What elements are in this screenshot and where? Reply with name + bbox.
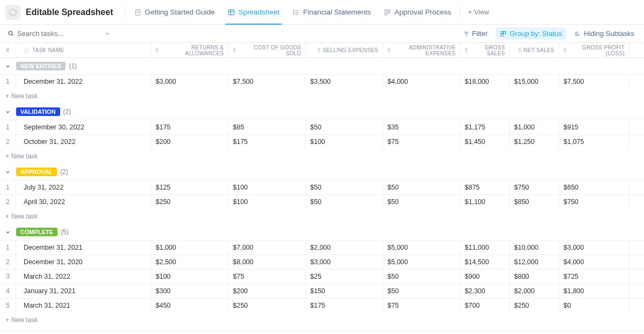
cell-admin[interactable]: $5,000 — [383, 241, 460, 255]
task-name-cell[interactable]: April 30, 2022 — [16, 195, 151, 209]
new-task-button[interactable]: New task — [0, 313, 644, 328]
cell-gross-sales[interactable]: $18,000 — [460, 75, 510, 89]
cell-cogs[interactable]: $7,500 — [229, 75, 306, 89]
cell-net-sales[interactable]: $800 — [510, 270, 559, 284]
cell-returns[interactable]: $100 — [151, 270, 229, 284]
cell-net-sales[interactable]: $850 — [510, 195, 559, 209]
cell-selling[interactable]: $50 — [306, 180, 383, 194]
col-gross-profit[interactable]: $GROSS PROFIT (LOSS) — [559, 43, 630, 57]
cell-gross-profit[interactable]: $750 — [559, 195, 630, 209]
cell-net-sales[interactable]: $15,000 — [510, 75, 559, 89]
cell-admin[interactable]: $75 — [383, 299, 460, 313]
cell-selling[interactable]: $100 — [306, 135, 383, 149]
cell-gross-sales[interactable]: $875 — [460, 180, 510, 194]
filter-button[interactable]: Filter — [459, 27, 492, 40]
cell-gross-profit[interactable]: $7,500 — [559, 75, 630, 89]
group-collapse-caret[interactable] — [3, 62, 12, 70]
tab-spreadsheet[interactable]: Spreadsheet — [221, 0, 286, 24]
cell-selling[interactable]: $25 — [306, 270, 383, 284]
cell-cogs[interactable]: $7,000 — [229, 241, 306, 255]
group-collapse-caret[interactable] — [3, 168, 12, 176]
cell-returns[interactable]: $125 — [151, 180, 229, 194]
col-selling[interactable]: $SELLING EXPENSES — [306, 43, 383, 57]
cell-admin[interactable]: $4,000 — [383, 75, 460, 89]
col-cogs[interactable]: $COST OF GOODS SOLD — [229, 43, 306, 57]
cell-admin[interactable]: $5,000 — [383, 255, 460, 269]
tab-financial[interactable]: Financial Statements — [286, 0, 377, 24]
col-admin[interactable]: $ADMINISTRATIVE EXPENSES — [383, 43, 460, 57]
cell-selling[interactable]: $2,000 — [306, 241, 383, 255]
cell-gross-sales[interactable]: $900 — [460, 270, 510, 284]
new-task-button[interactable]: New task — [0, 149, 644, 164]
cell-gross-sales[interactable]: $700 — [460, 299, 510, 313]
col-net-sales[interactable]: $NET SALES — [510, 43, 559, 57]
table-row[interactable]: 2April 30, 2022$250$100$50$50$1,100$850$… — [0, 194, 644, 209]
task-name-cell[interactable]: March 31, 2022 — [16, 270, 151, 284]
task-name-cell[interactable]: July 31, 2022 — [16, 180, 151, 194]
col-gross-sales[interactable]: $GROSS SALES — [460, 43, 510, 57]
cell-gross-sales[interactable]: $1,450 — [460, 135, 510, 149]
cell-selling[interactable]: $50 — [306, 120, 383, 134]
cell-returns[interactable]: $450 — [151, 299, 229, 313]
task-name-cell[interactable]: March 31, 2021 — [16, 299, 151, 313]
cell-gross-profit[interactable]: $0 — [559, 299, 630, 313]
cell-selling[interactable]: $150 — [306, 284, 383, 298]
new-task-button[interactable]: New task — [0, 89, 644, 104]
cell-gross-profit[interactable]: $650 — [559, 180, 630, 194]
col-task-name[interactable]: TASK NAME — [16, 43, 151, 57]
cell-gross-sales[interactable]: $2,300 — [460, 284, 510, 298]
add-view-button[interactable]: +View — [463, 8, 495, 16]
cell-admin[interactable]: $50 — [383, 284, 460, 298]
cell-net-sales[interactable]: $10,000 — [510, 241, 559, 255]
cell-returns[interactable]: $250 — [151, 195, 229, 209]
cell-cogs[interactable]: $75 — [229, 270, 306, 284]
cell-gross-profit[interactable]: $1,800 — [559, 284, 630, 298]
group-collapse-caret[interactable] — [3, 107, 12, 116]
table-row[interactable]: 1September 30, 2022$175$85$50$35$1,175$1… — [0, 120, 644, 134]
new-task-button[interactable]: New task — [0, 209, 644, 224]
tab-getting-started[interactable]: Getting Started Guide — [128, 0, 222, 24]
cell-returns[interactable]: $1,000 — [151, 241, 229, 255]
task-name-cell[interactable]: October 31, 2022 — [16, 135, 151, 149]
chevron-down-icon[interactable] — [105, 31, 111, 37]
cell-gross-profit[interactable]: $4,000 — [559, 255, 630, 269]
cell-returns[interactable]: $300 — [151, 284, 229, 298]
cell-gross-sales[interactable]: $1,175 — [460, 120, 510, 134]
cell-admin[interactable]: $75 — [383, 135, 460, 149]
table-row[interactable]: 1December 31, 2022$3,000$7,500$3,500$4,0… — [0, 74, 644, 89]
cell-net-sales[interactable]: $750 — [510, 180, 559, 194]
group-badge[interactable]: NEW ENTRIES — [16, 62, 65, 70]
cell-returns[interactable]: $200 — [151, 135, 229, 149]
cell-admin[interactable]: $50 — [383, 180, 460, 194]
group-by-button[interactable]: Group by: Status — [496, 27, 566, 40]
cell-gross-sales[interactable]: $14,500 — [460, 255, 510, 269]
cell-admin[interactable]: $50 — [383, 270, 460, 284]
table-row[interactable]: 1July 31, 2022$125$100$50$50$875$750$650 — [0, 180, 644, 194]
cell-admin[interactable]: $35 — [383, 120, 460, 134]
group-badge[interactable]: VALIDATION — [16, 107, 60, 116]
table-row[interactable]: 3March 31, 2022$100$75$25$50$900$800$725 — [0, 269, 644, 284]
cell-cogs[interactable]: $85 — [229, 120, 306, 134]
cell-cogs[interactable]: $200 — [229, 284, 306, 298]
col-num[interactable]: # — [0, 43, 16, 57]
cell-returns[interactable]: $3,000 — [151, 75, 229, 89]
cell-gross-profit[interactable]: $915 — [559, 120, 630, 134]
cell-gross-profit[interactable]: $3,000 — [559, 241, 630, 255]
table-row[interactable]: 4January 31, 2021$300$200$150$50$2,300$2… — [0, 284, 644, 298]
cell-gross-sales[interactable]: $1,100 — [460, 195, 510, 209]
group-badge[interactable]: COMPLETE — [16, 228, 57, 236]
cell-selling[interactable]: $50 — [306, 195, 383, 209]
cell-cogs[interactable]: $8,000 — [229, 255, 306, 269]
cell-cogs[interactable]: $175 — [229, 135, 306, 149]
table-row[interactable]: 1December 31, 2021$1,000$7,000$2,000$5,0… — [0, 240, 644, 255]
table-row[interactable]: 2December 31, 2020$2,500$8,000$3,000$5,0… — [0, 255, 644, 269]
search-input[interactable] — [5, 27, 113, 40]
task-name-cell[interactable]: December 31, 2022 — [16, 75, 151, 89]
group-collapse-caret[interactable] — [3, 228, 12, 236]
cell-gross-profit[interactable]: $725 — [559, 270, 630, 284]
task-name-cell[interactable]: December 31, 2020 — [16, 255, 151, 269]
cell-cogs[interactable]: $250 — [229, 299, 306, 313]
cell-net-sales[interactable]: $12,000 — [510, 255, 559, 269]
cell-selling[interactable]: $3,500 — [306, 75, 383, 89]
cell-selling[interactable]: $175 — [306, 299, 383, 313]
